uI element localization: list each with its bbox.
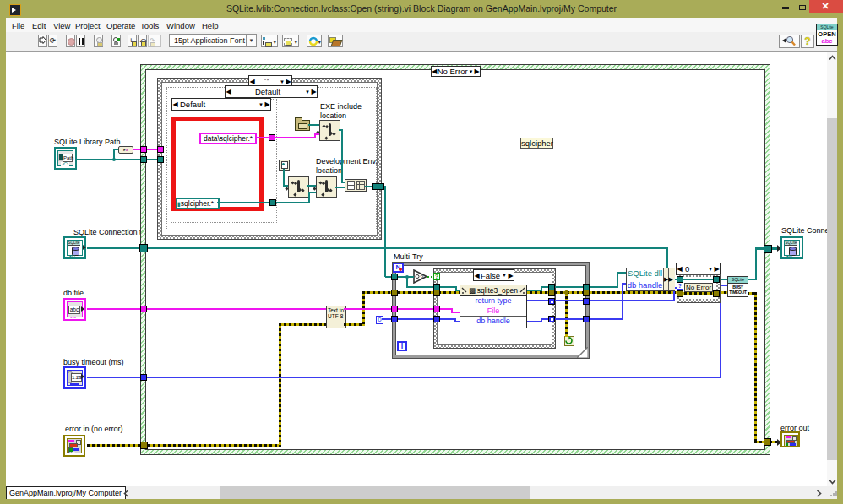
svg-text:?: ? [420, 274, 424, 281]
